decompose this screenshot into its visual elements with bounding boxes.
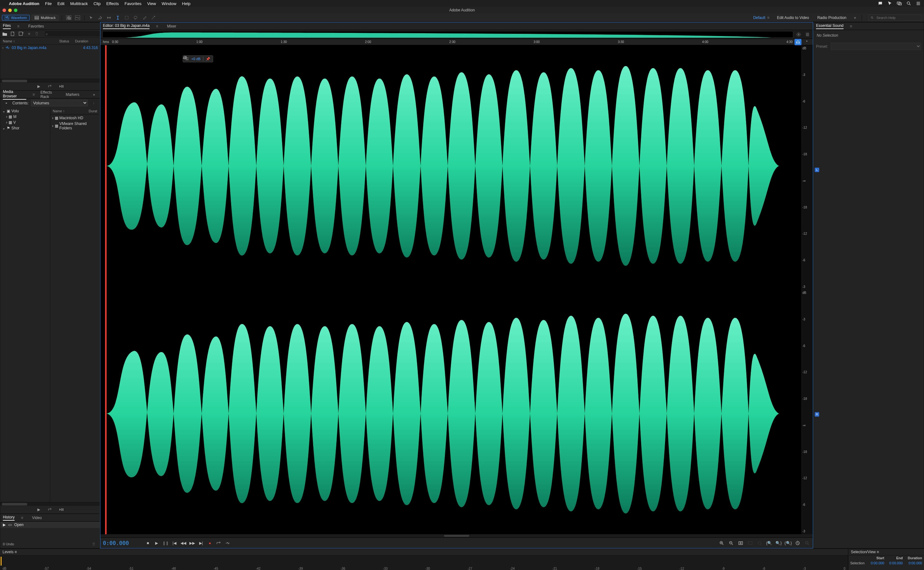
forward-button[interactable]: ▶▶ — [189, 540, 195, 546]
tab-files[interactable]: Files — [3, 23, 11, 29]
selview-row-selection[interactable]: Selection 0:00.000 0:00.000 0:00.000 — [848, 561, 924, 565]
workspace-edit-audio[interactable]: Edit Audio to Video — [774, 15, 812, 20]
loop-button[interactable] — [216, 540, 222, 546]
status-cursor-icon[interactable] — [887, 1, 892, 6]
zoom-time-icon[interactable] — [795, 540, 801, 546]
brush-tool-icon[interactable] — [141, 15, 148, 21]
files-search-input[interactable] — [48, 31, 103, 36]
files-col-status[interactable]: Status — [59, 39, 75, 43]
skip-selection-button[interactable] — [224, 540, 231, 546]
mb-col-name[interactable]: Name ↑ — [53, 109, 89, 113]
hud-pin-icon[interactable]: 📌 — [206, 57, 210, 61]
tab-media-browser[interactable]: Media Browser — [3, 89, 26, 100]
editor-menu-icon[interactable]: ≡ — [156, 24, 158, 29]
zoom-in-point-icon[interactable]: {🔍 — [766, 540, 772, 546]
tab-history[interactable]: History — [3, 515, 15, 521]
search-help-input[interactable] — [876, 15, 920, 20]
history-item[interactable]: ▶▭Open — [0, 522, 100, 528]
timeline-ruler[interactable]: hms 0:30 1:00 1:30 2:00 2:30 3:00 3:30 4… — [100, 39, 813, 45]
mb-loop-icon[interactable] — [46, 506, 54, 513]
play-button[interactable]: ▶ — [154, 540, 160, 546]
tab-video[interactable]: Video — [32, 516, 42, 520]
menu-edit[interactable]: Edit — [57, 1, 64, 6]
spectral-freq-toggle-icon[interactable] — [65, 15, 72, 21]
mb-shortcut-icon[interactable] — [3, 100, 10, 106]
status-chat-icon[interactable] — [878, 1, 883, 6]
menu-favorites[interactable]: Favorites — [125, 1, 141, 6]
go-end-button[interactable]: ▶| — [198, 540, 204, 546]
levels-menu-icon[interactable]: ≡ — [15, 550, 17, 554]
new-file-icon[interactable] — [11, 31, 15, 37]
menu-multitrack[interactable]: Multitrack — [70, 1, 88, 6]
files-autoplay-icon[interactable] — [58, 83, 65, 89]
mb-node-vmware[interactable]: ›▦VMware Shared Folders — [50, 121, 100, 131]
file-item[interactable]: › 03 Big in Japan.m4a 4:43.316 — [0, 44, 100, 51]
open-file-icon[interactable] — [2, 31, 7, 37]
menu-clip[interactable]: Clip — [94, 1, 100, 6]
status-displays-icon[interactable] — [897, 1, 902, 6]
control-center-icon[interactable] — [916, 1, 921, 6]
files-play-icon[interactable]: ▶ — [35, 83, 42, 89]
tree-node-short[interactable]: ⌄⚑Shor — [0, 125, 50, 131]
slip-tool-icon[interactable] — [105, 15, 112, 21]
zoom-out-icon[interactable] — [728, 540, 734, 546]
tab-effects-rack[interactable]: Effects Rack — [40, 90, 60, 99]
mb-autoplay-icon[interactable] — [58, 506, 65, 513]
workspace-overflow-icon[interactable]: » — [852, 15, 858, 21]
media-browser-menu-icon[interactable]: ≡ — [32, 92, 35, 97]
hud-volume[interactable]: ☷ +0 dB 📌 — [183, 55, 213, 62]
tab-editor[interactable]: Editor: 03 Big in Japan.m4a — [103, 23, 149, 29]
multitrack-view-button[interactable]: Multitrack — [32, 15, 58, 21]
tree-node-m[interactable]: ›▦M — [0, 114, 50, 120]
files-col-name[interactable]: Name ↑ — [3, 39, 59, 43]
heal-tool-icon[interactable] — [150, 15, 157, 21]
mb-contents-select[interactable]: Volumes — [31, 100, 88, 106]
pause-button[interactable]: ❚❚ — [163, 540, 169, 546]
zoom-window-button[interactable] — [14, 9, 17, 12]
tree-node-v[interactable]: ›▦V — [0, 120, 50, 125]
rewind-button[interactable]: ◀◀ — [180, 540, 186, 546]
close-window-button[interactable] — [3, 9, 6, 12]
zoom-in-icon[interactable] — [718, 540, 725, 546]
pin-icon[interactable] — [803, 39, 810, 45]
overview-waveform[interactable] — [102, 31, 793, 38]
tree-node-volumes[interactable]: ⌄▣Volu — [0, 108, 50, 114]
stop-button[interactable]: ■ — [145, 540, 151, 546]
channel-l-badge[interactable]: L — [815, 168, 819, 172]
mb-node-mac-hd[interactable]: ›▦Macintosh HD — [50, 115, 100, 121]
menu-effects[interactable]: Effects — [106, 1, 119, 6]
zoom-full-icon[interactable] — [738, 540, 744, 546]
media-browser-overflow-icon[interactable]: » — [91, 91, 97, 98]
workspace-radio[interactable]: Radio Production — [814, 15, 850, 20]
history-menu-icon[interactable]: ≡ — [21, 516, 23, 520]
go-start-button[interactable]: |◀ — [171, 540, 178, 546]
files-loop-icon[interactable] — [46, 83, 54, 89]
spotlight-icon[interactable] — [906, 1, 911, 6]
menu-app-name[interactable]: Adobe Audition — [9, 1, 39, 6]
minimize-window-button[interactable] — [8, 9, 12, 12]
time-selection-tool-icon[interactable] — [114, 15, 121, 21]
lasso-tool-icon[interactable] — [132, 15, 139, 21]
tab-mixer[interactable]: Mixer — [167, 24, 176, 29]
essential-sound-menu-icon[interactable]: ≡ — [850, 24, 852, 29]
files-hscroll[interactable] — [0, 79, 100, 83]
mb-hscroll[interactable] — [0, 502, 100, 506]
channel-r-badge[interactable]: R — [815, 412, 819, 417]
transport-time[interactable]: 0:00.000 — [103, 540, 129, 546]
tab-favorites[interactable]: Favorites — [28, 24, 44, 29]
headphones-icon[interactable] — [795, 39, 801, 45]
tab-essential-sound[interactable]: Essential Sound — [816, 23, 844, 29]
record-button[interactable]: ● — [207, 540, 213, 546]
selview-menu-icon[interactable]: ≡ — [877, 550, 879, 554]
mb-col-durat[interactable]: Durat — [89, 109, 97, 113]
search-help[interactable] — [868, 15, 922, 21]
waveform-display[interactable]: ☷ +0 dB 📌 — [100, 45, 801, 534]
menu-file[interactable]: File — [45, 1, 52, 6]
menu-window[interactable]: Window — [162, 1, 176, 6]
menu-view[interactable]: View — [147, 1, 156, 6]
zoom-brackets-icon[interactable]: {🔍} — [785, 540, 791, 546]
move-tool-icon[interactable] — [88, 15, 95, 21]
workspace-default[interactable]: Default≡ — [751, 15, 772, 20]
levels-meter[interactable]: dB-57-54-51-48-45-42-39-36-33-30-27-24-2… — [0, 555, 848, 570]
spectral-pitch-toggle-icon[interactable] — [74, 15, 81, 21]
